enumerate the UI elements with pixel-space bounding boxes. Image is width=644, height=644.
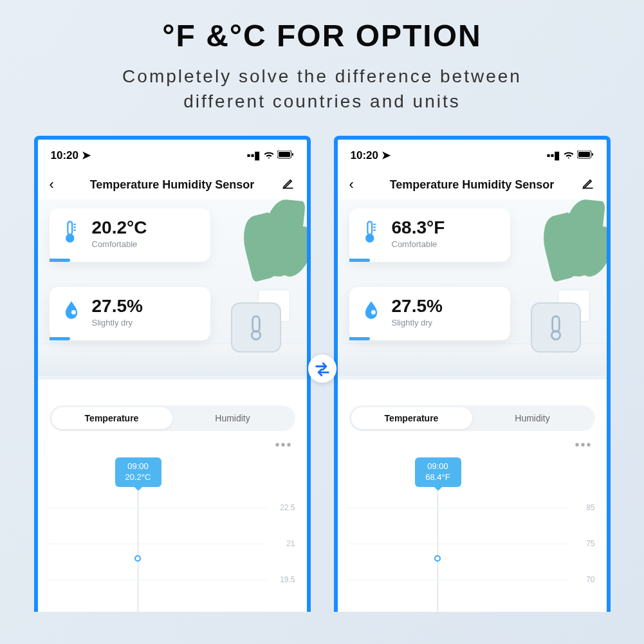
tab-humidity[interactable]: Humidity xyxy=(472,407,593,429)
grid-label: 22.5 xyxy=(280,503,295,512)
more-menu[interactable]: ••• xyxy=(38,431,307,452)
svg-rect-1 xyxy=(279,152,290,157)
banner-subtitle-line2: different countries and units xyxy=(183,91,460,111)
page-title: Temperature Humidity Sensor xyxy=(390,178,555,192)
banner-subtitle-line1: Completely solve the difference between xyxy=(122,66,522,86)
droplet-icon xyxy=(60,299,83,322)
sensor-scene: 20.2°C Comfortable 27.5% Slightly dry xyxy=(38,199,307,380)
grid-label: 70 xyxy=(586,575,594,584)
signal-icon: ▪▪▮ xyxy=(246,149,260,162)
metric-tabs: Temperature Humidity xyxy=(349,405,595,431)
temperature-value: 20.2°C xyxy=(92,217,147,238)
humidity-value: 27.5% xyxy=(92,296,143,317)
humidity-bar xyxy=(50,337,70,340)
status-icons: ▪▪▮ xyxy=(246,149,293,162)
banner: °F &°C FOR OPTION Completely solve the d… xyxy=(0,0,644,114)
temperature-status: Comfortable xyxy=(392,239,445,249)
temperature-bar xyxy=(50,259,70,262)
humidity-status: Slightly dry xyxy=(92,318,143,327)
tab-temperature[interactable]: Temperature xyxy=(51,407,172,429)
swap-icon xyxy=(308,354,336,383)
back-button[interactable]: ‹ xyxy=(349,176,365,193)
svg-point-6 xyxy=(66,235,73,242)
edit-button[interactable] xyxy=(579,177,594,193)
phone-fahrenheit: 10:20 ➤ ▪▪▮ ‹ Temperature Humidity Senso… xyxy=(334,136,611,612)
edit-button[interactable] xyxy=(279,177,295,193)
banner-title: °F &°C FOR OPTION xyxy=(0,18,644,53)
droplet-icon xyxy=(360,299,383,322)
temperature-status: Comfortable xyxy=(92,239,147,249)
signal-icon: ▪▪▮ xyxy=(546,149,560,162)
grid-label: 85 xyxy=(586,503,594,512)
svg-rect-13 xyxy=(592,153,593,156)
temperature-value: 68.3°F xyxy=(392,217,445,238)
chart-area[interactable]: 09:00 20.2°C 22.5 21 19.5 18 xyxy=(38,452,307,612)
tooltip-time: 09:00 xyxy=(123,461,154,472)
tab-temperature[interactable]: Temperature xyxy=(351,407,472,429)
status-time: 10:20 ➤ xyxy=(351,149,391,162)
grid-label: 75 xyxy=(586,539,594,548)
metric-tabs: Temperature Humidity xyxy=(50,405,295,431)
svg-rect-16 xyxy=(367,222,372,235)
temperature-card[interactable]: 20.2°C Comfortable xyxy=(50,208,210,262)
back-button[interactable]: ‹ xyxy=(50,176,65,193)
humidity-card[interactable]: 27.5% Slightly dry xyxy=(349,287,510,340)
thermometer-icon xyxy=(360,220,383,243)
chart-area[interactable]: 09:00 68.4°F 85 75 70 65 xyxy=(338,452,607,612)
sensor-scene: 68.3°F Comfortable 27.5% Slightly dry xyxy=(338,199,607,380)
thermometer-icon xyxy=(60,220,83,243)
tab-humidity[interactable]: Humidity xyxy=(172,407,293,429)
grid-label: 65 xyxy=(586,611,594,612)
grid-label: 19.5 xyxy=(280,575,295,584)
grid-label: 21 xyxy=(286,539,295,548)
phone-celsius: 10:20 ➤ ▪▪▮ ‹ Temperature Humidity Senso… xyxy=(34,136,311,612)
chart-tooltip: 09:00 68.4°F xyxy=(415,457,461,487)
temperature-bar xyxy=(349,259,370,262)
more-menu[interactable]: ••• xyxy=(338,431,607,452)
tooltip-time: 09:00 xyxy=(423,461,454,472)
temperature-card[interactable]: 68.3°F Comfortable xyxy=(349,208,510,262)
humidity-bar xyxy=(349,337,370,340)
svg-rect-12 xyxy=(578,152,590,157)
banner-subtitle: Completely solve the difference between … xyxy=(0,64,644,114)
chart-grid: 85 75 70 65 xyxy=(348,493,596,612)
svg-rect-2 xyxy=(292,153,293,156)
page-title: Temperature Humidity Sensor xyxy=(90,178,255,192)
status-icons: ▪▪▮ xyxy=(546,149,593,162)
status-bar: 10:20 ➤ ▪▪▮ xyxy=(338,140,607,167)
status-time: 10:20 ➤ xyxy=(51,149,91,162)
battery-icon xyxy=(277,149,294,162)
wifi-icon xyxy=(563,149,575,162)
humidity-status: Slightly dry xyxy=(392,318,443,327)
svg-rect-3 xyxy=(252,317,259,332)
svg-point-10 xyxy=(71,310,76,315)
tooltip-value: 68.4°F xyxy=(423,472,454,483)
device-illustration xyxy=(231,302,281,353)
svg-rect-14 xyxy=(552,317,559,332)
chart-tooltip: 09:00 20.2°C xyxy=(115,457,161,487)
svg-rect-5 xyxy=(68,222,72,235)
grid-label: 18 xyxy=(286,611,295,612)
chart-grid: 22.5 21 19.5 18 xyxy=(48,493,297,612)
svg-point-17 xyxy=(366,235,373,242)
humidity-card[interactable]: 27.5% Slightly dry xyxy=(50,287,210,340)
battery-icon xyxy=(577,149,594,162)
wifi-icon xyxy=(263,149,275,162)
tooltip-value: 20.2°C xyxy=(123,472,154,483)
status-bar: 10:20 ➤ ▪▪▮ xyxy=(38,140,307,167)
humidity-value: 27.5% xyxy=(392,296,443,317)
device-illustration xyxy=(531,302,581,353)
location-icon: ➤ xyxy=(382,149,391,161)
svg-point-21 xyxy=(371,310,376,315)
location-icon: ➤ xyxy=(82,149,91,161)
